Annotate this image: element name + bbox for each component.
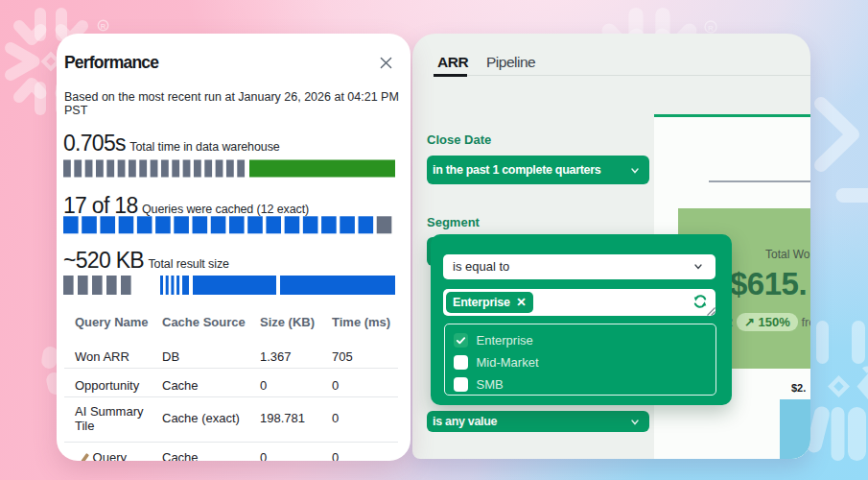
svg-text:R: R bbox=[101, 22, 106, 31]
svg-text:R: R bbox=[708, 24, 714, 33]
